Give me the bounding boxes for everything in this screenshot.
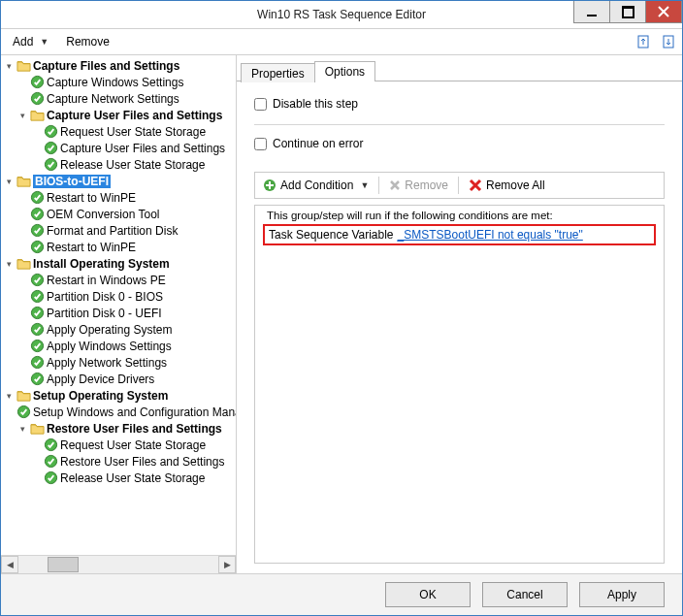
- success-check-icon: [29, 289, 45, 305]
- add-condition-label: Add Condition: [280, 178, 353, 192]
- apply-button[interactable]: Apply: [579, 582, 665, 607]
- tree-row[interactable]: ▾Setup Operating System: [1, 387, 236, 404]
- tree-row[interactable]: Capture User Files and Settings: [1, 140, 236, 156]
- disable-step-checkbox[interactable]: [254, 98, 267, 111]
- folder-icon: [16, 388, 31, 404]
- horizontal-scrollbar[interactable]: ◀ ▶: [1, 555, 236, 573]
- tree-row[interactable]: Partition Disk 0 - BIOS: [1, 288, 236, 305]
- folder-icon: [16, 256, 31, 272]
- tree-row[interactable]: Apply Windows Settings: [1, 338, 236, 354]
- tree-row[interactable]: Apply Device Drivers: [1, 371, 236, 387]
- tab-strip: Properties Options: [237, 57, 682, 81]
- ok-button[interactable]: OK: [385, 582, 471, 607]
- tree-row[interactable]: Request User State Storage: [1, 437, 236, 453]
- condition-link[interactable]: _SMSTSBootUEFI not equals "true": [398, 228, 583, 242]
- tree-row[interactable]: ▾Capture Files and Settings: [1, 57, 236, 74]
- success-check-icon: [29, 306, 45, 321]
- options-panel: Disable this step Continue on error Add …: [237, 81, 682, 573]
- close-button[interactable]: [645, 1, 682, 23]
- twisty-expanded-icon[interactable]: ▾: [16, 109, 29, 121]
- add-condition-button[interactable]: Add Condition ▼: [259, 177, 373, 194]
- success-check-icon: [43, 470, 58, 486]
- plus-icon: [263, 178, 276, 192]
- twisty-expanded-icon[interactable]: ▾: [16, 422, 29, 435]
- tree-row[interactable]: Setup Windows and Configuration Manager: [1, 404, 236, 420]
- twisty-expanded-icon[interactable]: ▾: [3, 59, 16, 72]
- success-check-icon: [29, 273, 45, 288]
- tree-row[interactable]: Restart to WinPE: [1, 239, 236, 255]
- x-icon: [389, 179, 401, 191]
- separator: [254, 124, 665, 125]
- continue-error-checkbox[interactable]: [254, 138, 267, 150]
- tree-row[interactable]: OEM Conversion Tool: [1, 206, 236, 222]
- tree-row[interactable]: ▾Install Operating System: [1, 255, 236, 272]
- window: Win10 RS Task Sequence Editor Add ▼ Remo…: [0, 0, 683, 616]
- tab-properties[interactable]: Properties: [241, 63, 315, 82]
- tree-item-label: Capture Files and Settings: [33, 59, 179, 73]
- remove-all-label: Remove All: [486, 178, 545, 192]
- condition-toolbar: Add Condition ▼ Remove: [254, 172, 665, 199]
- tree-row[interactable]: Restart in Windows PE: [1, 272, 236, 288]
- condition-row[interactable]: Task Sequence Variable _SMSTSBootUEFI no…: [263, 224, 656, 245]
- move-up-icon[interactable]: [634, 31, 655, 52]
- add-menu-button[interactable]: Add ▼: [5, 31, 56, 52]
- twisty-expanded-icon[interactable]: ▾: [3, 257, 16, 270]
- scroll-thumb[interactable]: [48, 557, 79, 572]
- success-check-icon: [29, 339, 45, 354]
- maximize-button[interactable]: [609, 1, 646, 23]
- tree-row[interactable]: Format and Partition Disk: [1, 222, 236, 239]
- remove-condition-label: Remove: [405, 178, 448, 192]
- twisty-spacer: [16, 307, 29, 319]
- twisty-spacer: [16, 323, 29, 336]
- tree-item-label: Apply Device Drivers: [47, 373, 154, 386]
- twisty-expanded-icon[interactable]: ▾: [3, 389, 16, 402]
- success-check-icon: [43, 157, 58, 173]
- scroll-track[interactable]: [18, 556, 218, 573]
- tree-row[interactable]: Request User State Storage: [1, 123, 236, 140]
- tree-item-label: Apply Network Settings: [47, 356, 167, 370]
- tree-row[interactable]: Release User State Storage: [1, 470, 236, 486]
- tree-item-label: Partition Disk 0 - BIOS: [47, 290, 163, 304]
- tab-options[interactable]: Options: [314, 61, 375, 81]
- task-sequence-tree[interactable]: ▾Capture Files and SettingsCapture Windo…: [1, 55, 236, 555]
- success-check-icon: [29, 223, 45, 239]
- tree-row[interactable]: Restore User Files and Settings: [1, 453, 236, 470]
- remove-condition-button[interactable]: Remove: [385, 177, 452, 194]
- twisty-spacer: [16, 340, 29, 352]
- tree-row[interactable]: Apply Network Settings: [1, 354, 236, 371]
- move-down-icon[interactable]: [657, 31, 678, 52]
- tree-row[interactable]: Partition Disk 0 - UEFI: [1, 305, 236, 321]
- tree-row[interactable]: Apply Operating System: [1, 321, 236, 338]
- tree-row[interactable]: Release User State Storage: [1, 156, 236, 173]
- disable-step-row[interactable]: Disable this step: [254, 97, 665, 111]
- tree-item-label: Setup Operating System: [33, 389, 168, 403]
- scroll-right-arrow[interactable]: ▶: [218, 556, 236, 573]
- cancel-button[interactable]: Cancel: [482, 582, 568, 607]
- tree-item-label: Capture User Files and Settings: [47, 109, 222, 122]
- tree-panel: ▾Capture Files and SettingsCapture Windo…: [1, 55, 237, 573]
- tree-row[interactable]: Capture Network Settings: [1, 90, 236, 107]
- folder-icon: [29, 108, 45, 123]
- twisty-spacer: [30, 125, 43, 138]
- tree-row[interactable]: ▾Capture User Files and Settings: [1, 107, 236, 123]
- minimize-button[interactable]: [573, 1, 610, 23]
- twisty-expanded-icon[interactable]: ▾: [3, 175, 16, 187]
- remove-button[interactable]: Remove: [58, 31, 117, 52]
- tree-item-label: Release User State Storage: [60, 158, 205, 172]
- tree-item-label: Restart to WinPE: [47, 241, 136, 254]
- tree-row[interactable]: ▾Restore User Files and Settings: [1, 420, 236, 437]
- tree-row[interactable]: Capture Windows Settings: [1, 74, 236, 90]
- toolbar: Add ▼ Remove: [1, 29, 682, 55]
- twisty-spacer: [30, 471, 43, 484]
- success-check-icon: [16, 405, 31, 420]
- scroll-left-arrow[interactable]: ◀: [1, 556, 18, 573]
- window-controls: [574, 1, 682, 22]
- tree-item-label: Request User State Storage: [60, 438, 206, 452]
- condition-prefix: Task Sequence Variable: [269, 228, 394, 242]
- remove-all-button[interactable]: Remove All: [465, 177, 549, 194]
- tree-row[interactable]: Restart to WinPE: [1, 189, 236, 206]
- continue-error-row[interactable]: Continue on error: [254, 137, 665, 150]
- tree-row[interactable]: ▾BIOS-to-UEFI: [1, 173, 236, 189]
- tree-item-label: Restart in Windows PE: [47, 274, 166, 287]
- success-check-icon: [29, 372, 45, 387]
